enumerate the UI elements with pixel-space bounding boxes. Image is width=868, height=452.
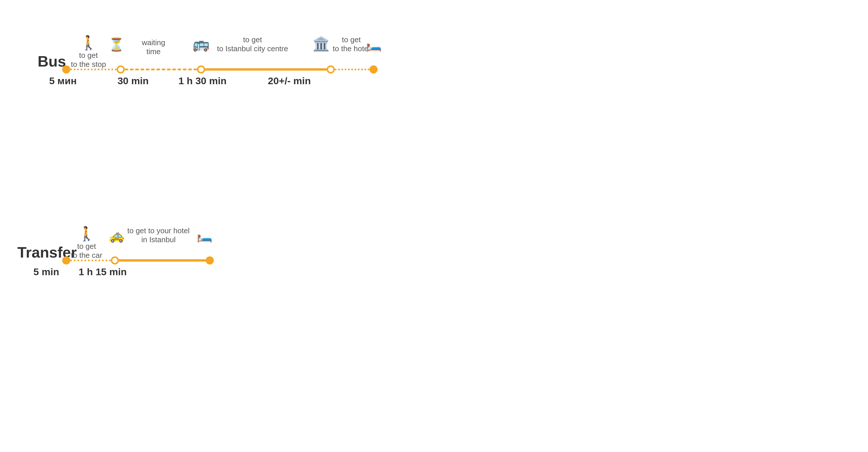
bus-circle-1 xyxy=(117,65,125,73)
walk-bus-label: to get to the stop xyxy=(71,51,106,68)
diagram-container: Bus 🚶 to get to the stop ⏳ waiting time … xyxy=(0,0,868,452)
bed-bus-icon-group: 🛏️ xyxy=(366,37,382,52)
bus-start-dot xyxy=(62,65,70,73)
istanbul-label: to get to Istanbul city centre xyxy=(217,35,288,53)
bus-time-1: 5 мин xyxy=(49,75,77,87)
transfer-end-dot xyxy=(206,257,214,265)
bus-segment-2-dashed xyxy=(125,68,197,70)
taxi-icon: 🚕 xyxy=(108,228,124,243)
building-icon-group: 🏛️ xyxy=(312,36,330,52)
hotel-right-label: to get to the hotel xyxy=(333,35,370,53)
hotel-right-label-group: to get to the hotel xyxy=(333,35,370,53)
walk-bus-icon-group: 🚶 to get to the stop xyxy=(71,35,106,69)
transfer-segment-2-solid xyxy=(119,259,206,262)
bus-segment-3-solid xyxy=(205,68,327,70)
walk-transfer-icon-group: 🚶 to get to the car xyxy=(71,226,102,260)
bus-circle-3 xyxy=(327,65,335,73)
bus-time-2: 30 min xyxy=(118,75,149,87)
bus-timeline xyxy=(62,66,380,72)
walk-icon: 🚶 xyxy=(71,35,106,51)
transfer-circle-1 xyxy=(111,257,119,265)
bus-circle-2 xyxy=(197,65,205,73)
bed-transfer-icon-group: 🛏️ xyxy=(197,228,213,243)
building-icon: 🏛️ xyxy=(312,36,330,52)
hourglass-icon-group: ⏳ xyxy=(108,37,124,52)
bus-label: Bus xyxy=(38,53,66,70)
bus-vehicle-icon-group: 🚌 xyxy=(192,36,210,52)
transfer-segment-1-dotted xyxy=(70,260,111,261)
bus-segment-4-dotted xyxy=(335,68,370,70)
bus-time-4: 20+/- min xyxy=(268,75,311,87)
walk-transfer-label: to get to the car xyxy=(71,242,102,260)
walk-transfer-icon: 🚶 xyxy=(71,226,102,242)
transfer-time-1: 5 min xyxy=(34,266,59,277)
hotel-transfer-label-group: to get to your hotel in Istanbul xyxy=(127,226,189,244)
bed-transfer-icon: 🛏️ xyxy=(197,228,213,243)
hotel-transfer-label: to get to your hotel in Istanbul xyxy=(127,226,189,244)
bus-time-3: 1 h 30 min xyxy=(179,75,226,87)
taxi-icon-group: 🚕 xyxy=(108,228,124,243)
transfer-start-dot xyxy=(62,257,70,265)
istanbul-label-group: to get to Istanbul city centre xyxy=(217,35,288,53)
transfer-time-2: 1 h 15 min xyxy=(79,266,127,277)
bed-icon: 🛏️ xyxy=(366,37,382,52)
waiting-label: waiting time xyxy=(142,38,165,56)
bus-end-dot xyxy=(370,65,378,73)
bus-segment-1-dotted xyxy=(70,68,117,70)
bus-icon: 🚌 xyxy=(192,36,210,52)
waiting-label-group: waiting time xyxy=(142,38,165,56)
transfer-timeline xyxy=(62,258,216,263)
hourglass-icon: ⏳ xyxy=(108,37,124,52)
